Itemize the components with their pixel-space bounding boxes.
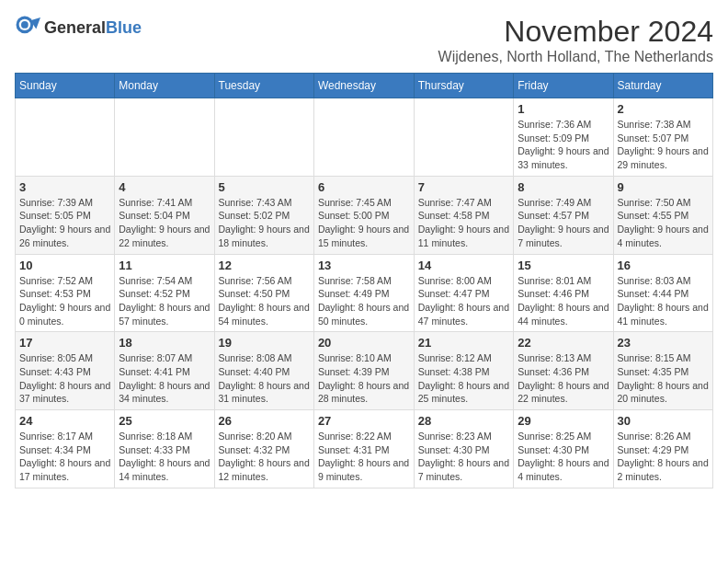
day-number: 8 [518,180,609,194]
calendar-day-cell: 11Sunrise: 7:54 AM Sunset: 4:52 PM Dayli… [115,254,214,332]
calendar-day-cell: 26Sunrise: 8:20 AM Sunset: 4:32 PM Dayli… [214,410,313,488]
day-info: Sunrise: 7:47 AM Sunset: 4:58 PM Dayligh… [418,196,510,250]
day-number: 1 [518,102,609,116]
title-section: November 2024 Wijdenes, North Holland, T… [438,15,713,65]
location-title: Wijdenes, North Holland, The Netherlands [438,49,713,65]
calendar-body: 1Sunrise: 7:36 AM Sunset: 5:09 PM Daylig… [16,98,713,488]
svg-point-2 [21,21,28,29]
page-header: General Blue November 2024 Wijdenes, Nor… [15,15,713,65]
calendar-week-row: 17Sunrise: 8:05 AM Sunset: 4:43 PM Dayli… [16,332,713,410]
day-info: Sunrise: 8:17 AM Sunset: 4:34 PM Dayligh… [19,430,110,484]
day-info: Sunrise: 8:10 AM Sunset: 4:39 PM Dayligh… [318,351,410,406]
calendar-day-cell: 18Sunrise: 8:07 AM Sunset: 4:41 PM Dayli… [115,332,214,410]
month-title: November 2024 [438,15,713,49]
day-number: 27 [318,414,410,428]
day-info: Sunrise: 7:58 AM Sunset: 4:49 PM Dayligh… [318,274,410,328]
weekday-header-cell: Monday [115,74,214,98]
day-number: 10 [19,259,110,272]
logo-blue: Blue [106,18,142,38]
weekday-header-cell: Tuesday [214,74,313,98]
calendar-day-cell: 23Sunrise: 8:15 AM Sunset: 4:35 PM Dayli… [613,332,712,410]
day-info: Sunrise: 7:52 AM Sunset: 4:53 PM Dayligh… [19,274,110,328]
day-info: Sunrise: 8:15 AM Sunset: 4:35 PM Dayligh… [618,351,709,406]
day-info: Sunrise: 7:41 AM Sunset: 5:04 PM Dayligh… [119,196,210,250]
day-number: 2 [618,102,709,116]
day-info: Sunrise: 7:54 AM Sunset: 4:52 PM Dayligh… [119,274,210,328]
calendar-day-cell: 12Sunrise: 7:56 AM Sunset: 4:50 PM Dayli… [214,254,313,332]
calendar-day-cell: 17Sunrise: 8:05 AM Sunset: 4:43 PM Dayli… [16,332,115,410]
logo-icon [15,15,40,40]
calendar-day-cell: 6Sunrise: 7:45 AM Sunset: 5:00 PM Daylig… [313,176,414,254]
day-number: 16 [618,259,709,272]
calendar-day-cell: 3Sunrise: 7:39 AM Sunset: 5:05 PM Daylig… [16,176,115,254]
calendar-week-row: 10Sunrise: 7:52 AM Sunset: 4:53 PM Dayli… [16,254,713,332]
day-number: 11 [119,259,210,272]
day-number: 4 [119,180,210,194]
day-info: Sunrise: 8:01 AM Sunset: 4:46 PM Dayligh… [518,274,609,328]
weekday-header-cell: Thursday [414,74,514,98]
calendar-day-cell [414,98,514,177]
day-number: 24 [19,414,110,428]
day-info: Sunrise: 7:43 AM Sunset: 5:02 PM Dayligh… [219,196,310,250]
day-number: 6 [318,180,410,194]
calendar-day-cell: 21Sunrise: 8:12 AM Sunset: 4:38 PM Dayli… [414,332,514,410]
day-number: 15 [518,259,609,272]
weekday-header-cell: Saturday [613,74,712,98]
day-info: Sunrise: 8:20 AM Sunset: 4:32 PM Dayligh… [219,430,310,484]
day-number: 3 [19,180,110,194]
day-info: Sunrise: 7:49 AM Sunset: 4:57 PM Dayligh… [518,196,609,250]
calendar-day-cell [313,98,414,177]
calendar-day-cell: 30Sunrise: 8:26 AM Sunset: 4:29 PM Dayli… [613,410,712,488]
calendar-day-cell: 19Sunrise: 8:08 AM Sunset: 4:40 PM Dayli… [214,332,313,410]
calendar-day-cell: 29Sunrise: 8:25 AM Sunset: 4:30 PM Dayli… [514,410,613,488]
weekday-header-cell: Sunday [16,74,115,98]
calendar-day-cell: 16Sunrise: 8:03 AM Sunset: 4:44 PM Dayli… [613,254,712,332]
calendar-day-cell: 2Sunrise: 7:38 AM Sunset: 5:07 PM Daylig… [613,98,712,177]
day-number: 14 [418,259,510,272]
calendar-day-cell: 8Sunrise: 7:49 AM Sunset: 4:57 PM Daylig… [514,176,613,254]
weekday-header-cell: Wednesday [313,74,414,98]
calendar-day-cell: 4Sunrise: 7:41 AM Sunset: 5:04 PM Daylig… [115,176,214,254]
day-number: 30 [618,414,709,428]
calendar-table: SundayMondayTuesdayWednesdayThursdayFrid… [15,73,713,488]
day-number: 13 [318,259,410,272]
calendar-day-cell: 13Sunrise: 7:58 AM Sunset: 4:49 PM Dayli… [313,254,414,332]
logo: General Blue [15,15,142,40]
calendar-day-cell: 20Sunrise: 8:10 AM Sunset: 4:39 PM Dayli… [313,332,414,410]
day-number: 28 [418,414,510,428]
calendar-day-cell: 10Sunrise: 7:52 AM Sunset: 4:53 PM Dayli… [16,254,115,332]
weekday-header-row: SundayMondayTuesdayWednesdayThursdayFrid… [16,74,713,98]
calendar-day-cell: 5Sunrise: 7:43 AM Sunset: 5:02 PM Daylig… [214,176,313,254]
day-info: Sunrise: 8:23 AM Sunset: 4:30 PM Dayligh… [418,430,510,484]
day-number: 18 [119,336,210,350]
calendar-day-cell: 15Sunrise: 8:01 AM Sunset: 4:46 PM Dayli… [514,254,613,332]
day-number: 12 [219,259,310,272]
day-number: 20 [318,336,410,350]
day-info: Sunrise: 8:22 AM Sunset: 4:31 PM Dayligh… [318,430,410,484]
day-number: 21 [418,336,510,350]
day-number: 17 [19,336,110,350]
day-info: Sunrise: 8:08 AM Sunset: 4:40 PM Dayligh… [219,351,310,406]
day-info: Sunrise: 8:03 AM Sunset: 4:44 PM Dayligh… [618,274,709,328]
calendar-week-row: 1Sunrise: 7:36 AM Sunset: 5:09 PM Daylig… [16,98,713,177]
day-number: 23 [618,336,709,350]
calendar-day-cell [214,98,313,177]
day-number: 19 [219,336,310,350]
day-info: Sunrise: 8:26 AM Sunset: 4:29 PM Dayligh… [618,430,709,484]
day-info: Sunrise: 7:39 AM Sunset: 5:05 PM Dayligh… [19,196,110,250]
day-info: Sunrise: 8:07 AM Sunset: 4:41 PM Dayligh… [119,351,210,406]
day-number: 25 [119,414,210,428]
logo-text-container: General Blue [44,18,142,38]
calendar-day-cell: 1Sunrise: 7:36 AM Sunset: 5:09 PM Daylig… [514,98,613,177]
day-number: 5 [219,180,310,194]
day-info: Sunrise: 7:45 AM Sunset: 5:00 PM Dayligh… [318,196,410,250]
day-number: 26 [219,414,310,428]
calendar-week-row: 3Sunrise: 7:39 AM Sunset: 5:05 PM Daylig… [16,176,713,254]
day-info: Sunrise: 7:36 AM Sunset: 5:09 PM Dayligh… [518,118,609,172]
calendar-day-cell: 25Sunrise: 8:18 AM Sunset: 4:33 PM Dayli… [115,410,214,488]
day-info: Sunrise: 7:38 AM Sunset: 5:07 PM Dayligh… [618,118,709,172]
day-info: Sunrise: 8:25 AM Sunset: 4:30 PM Dayligh… [518,430,609,484]
calendar-day-cell [16,98,115,177]
calendar-day-cell: 28Sunrise: 8:23 AM Sunset: 4:30 PM Dayli… [414,410,514,488]
day-info: Sunrise: 8:00 AM Sunset: 4:47 PM Dayligh… [418,274,510,328]
